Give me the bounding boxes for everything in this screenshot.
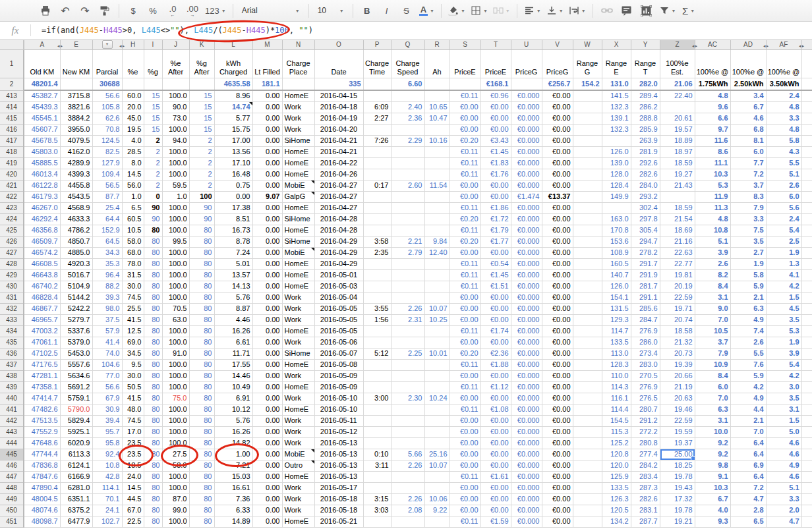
cell[interactable]: 100.0 [162,269,189,281]
cell[interactable]: 10.12 [214,404,252,415]
cell[interactable]: €0.000 [511,449,542,460]
cell[interactable]: 45.0 [122,113,144,124]
header-cell[interactable]: 100%e @ [695,49,730,78]
cell[interactable]: 3.5 [766,314,801,325]
cell[interactable] [801,325,812,337]
cell[interactable] [363,337,391,348]
cell[interactable]: €0.11 [450,359,480,370]
cell[interactable]: 16.26 [214,426,252,437]
cell[interactable]: 0.00 [252,225,282,236]
cell[interactable] [602,202,631,213]
cell[interactable] [573,146,602,157]
cell[interactable]: 2.1 [730,292,766,303]
cell[interactable]: 2 [144,146,162,157]
cell[interactable] [573,415,602,426]
cell[interactable] [573,213,602,225]
cell[interactable] [363,381,391,393]
cell[interactable]: 78.0 [122,258,144,269]
row-header[interactable]: 435 [0,337,24,348]
row-header[interactable]: 432 [0,303,24,314]
cell[interactable]: 0.00 [252,314,282,325]
cell[interactable] [363,292,391,303]
cell[interactable]: 8.1 [730,135,766,146]
cell[interactable]: 2016-04-18 [314,101,363,113]
cell[interactable]: 5337.6 [60,325,92,337]
cell[interactable]: 80 [189,460,214,471]
cell[interactable]: 80 [144,437,162,449]
column-header[interactable]: AD◂ [730,40,766,49]
cell[interactable]: 48098.7 [24,516,60,527]
cell[interactable] [363,157,391,169]
header-cell[interactable]: Charge Time [363,49,391,78]
cell[interactable]: 4.9 [766,460,801,471]
cell[interactable] [424,90,450,101]
hidden-columns-icon[interactable]: ◂ [799,42,801,49]
cell[interactable]: Work [282,415,314,426]
cell[interactable]: 80 [144,381,162,393]
cell[interactable]: 6.7 [695,493,730,505]
cell[interactable]: 4079.5 [60,135,92,146]
header-cell[interactable]: New KM [60,49,92,78]
cell[interactable] [391,482,424,493]
header-cell[interactable]: Range T [631,49,660,78]
cell[interactable]: 35.3 [92,258,122,269]
cell[interactable]: 3:00 [363,393,391,404]
column-header[interactable]: X [602,40,631,49]
text-color-button[interactable]: A▼ [417,3,436,18]
cell[interactable]: 80 [189,426,214,437]
cell[interactable]: 4.4 [730,404,766,415]
cell[interactable]: 88.2 [92,281,122,292]
cell[interactable]: 141.5 [602,90,631,101]
header-cell[interactable]: Parcial [92,49,122,78]
cell[interactable]: 80 [189,471,214,482]
cell[interactable]: 127.9 [92,157,122,169]
cell[interactable]: 73.0 [162,113,189,124]
undo-button[interactable]: ↶ [56,3,74,18]
cell[interactable]: 19.5 [122,124,144,135]
cell[interactable]: 100.0 [162,426,189,437]
cell[interactable]: €0.11 [450,281,480,292]
cell[interactable]: 6.4 [730,437,766,449]
cell[interactable] [801,124,812,135]
cell[interactable]: Work [282,303,314,314]
cell[interactable]: 19.37 [660,437,695,449]
cell[interactable]: 2.29 [391,135,424,146]
totals-cell[interactable] [162,78,189,90]
header-cell[interactable]: Old KM [24,49,60,78]
row-header[interactable]: 414 [0,101,24,113]
cell[interactable] [363,426,391,437]
cell[interactable]: HomeE [282,404,314,415]
cell[interactable]: 47102.5 [24,348,60,359]
totals-cell[interactable]: 30688 [92,78,122,90]
row-header[interactable]: 433 [0,314,24,325]
cell[interactable]: 7.2 [730,169,766,180]
cell[interactable] [424,482,450,493]
cell[interactable]: €0.00 [450,482,480,493]
cell[interactable]: 293.2 [631,191,660,202]
cell[interactable]: €1.77 [480,236,511,247]
cell[interactable]: 0.00 [252,213,282,225]
cell[interactable]: 6.4 [730,471,766,482]
cell[interactable] [573,292,602,303]
cell[interactable]: 100.0 [162,146,189,157]
more-formats-button[interactable]: 123▼ [203,3,228,18]
cell[interactable] [573,482,602,493]
row-header[interactable]: 424 [0,213,24,225]
column-header[interactable]: R [424,40,450,49]
cell[interactable]: 60.0 [122,90,144,101]
cell[interactable] [801,113,812,124]
cell[interactable]: 0.00 [252,236,282,247]
totals-cell[interactable] [144,78,162,90]
cell[interactable]: 1.3 [766,258,801,269]
cell[interactable]: HomeE [282,202,314,213]
cell[interactable]: 90 [189,202,214,213]
cell[interactable]: 9.2 [695,449,730,460]
cell[interactable]: 46965.7 [24,314,60,325]
cell[interactable]: 80 [144,348,162,359]
cell[interactable]: 286.0 [631,337,660,348]
header-cell[interactable]: PriceE [480,49,511,78]
strikethrough-button[interactable]: S [397,3,416,18]
cell[interactable]: 64.4 [92,213,122,225]
cell[interactable]: 280.8 [631,437,660,449]
cell[interactable]: 124.5 [92,135,122,146]
